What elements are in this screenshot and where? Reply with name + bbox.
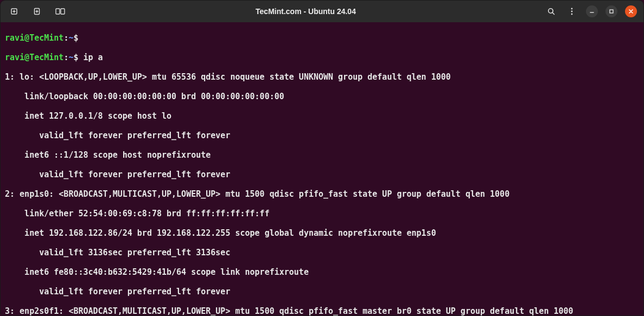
output-line: inet 192.168.122.86/24 brd 192.168.122.2… bbox=[5, 228, 639, 238]
output-line: inet 127.0.0.1/8 scope host lo bbox=[5, 111, 639, 121]
svg-point-7 bbox=[571, 14, 573, 15]
svg-rect-8 bbox=[610, 10, 613, 13]
output-line: inet6 fe80::3c40:b632:5429:41b/64 scope … bbox=[5, 267, 639, 277]
window-titlebar: TecMint.com - Ubuntu 24.04 bbox=[1, 1, 643, 22]
titlebar-right-icons bbox=[545, 5, 637, 18]
new-tab-icon[interactable] bbox=[8, 5, 21, 18]
prompt-line: ravi@TecMint:~$ bbox=[5, 33, 639, 43]
window-minimize-button[interactable] bbox=[586, 5, 598, 17]
new-window-icon[interactable] bbox=[31, 5, 44, 18]
output-line: 3: enp2s0f1: <BROADCAST,MULTICAST,UP,LOW… bbox=[5, 306, 639, 316]
output-line: 2: enp1s0: <BROADCAST,MULTICAST,UP,LOWER… bbox=[5, 189, 639, 199]
titlebar-left-icons bbox=[8, 5, 67, 18]
svg-rect-2 bbox=[56, 9, 60, 14]
prompt-user-host: ravi@TecMint bbox=[5, 33, 63, 43]
terminal-output[interactable]: ravi@TecMint:~$ ravi@TecMint:~$ ip a 1: … bbox=[1, 22, 643, 316]
svg-point-5 bbox=[571, 8, 573, 10]
output-line: 1: lo: <LOOPBACK,UP,LOWER_UP> mtu 65536 … bbox=[5, 72, 639, 82]
output-line: link/ether 52:54:00:69:c8:78 brd ff:ff:f… bbox=[5, 209, 639, 218]
window-close-button[interactable] bbox=[625, 5, 637, 17]
output-line: valid_lft forever preferred_lft forever bbox=[5, 287, 639, 296]
window-title: TecMint.com - Ubuntu 24.04 bbox=[67, 7, 545, 16]
command-text: ip a bbox=[84, 53, 103, 62]
split-view-icon[interactable] bbox=[54, 5, 67, 18]
search-icon[interactable] bbox=[545, 5, 558, 18]
output-line: valid_lft forever preferred_lft forever bbox=[5, 131, 639, 140]
output-line: inet6 ::1/128 scope host noprefixroute bbox=[5, 150, 639, 160]
window-maximize-button[interactable] bbox=[605, 5, 617, 17]
output-line: link/loopback 00:00:00:00:00:00 brd 00:0… bbox=[5, 92, 639, 101]
menu-icon[interactable] bbox=[565, 5, 578, 18]
output-line: valid_lft forever preferred_lft forever bbox=[5, 170, 639, 179]
svg-rect-3 bbox=[61, 9, 65, 14]
prompt-line: ravi@TecMint:~$ ip a bbox=[5, 53, 639, 62]
svg-point-6 bbox=[571, 11, 573, 12]
output-line: valid_lft 3136sec preferred_lft 3136sec bbox=[5, 248, 639, 257]
